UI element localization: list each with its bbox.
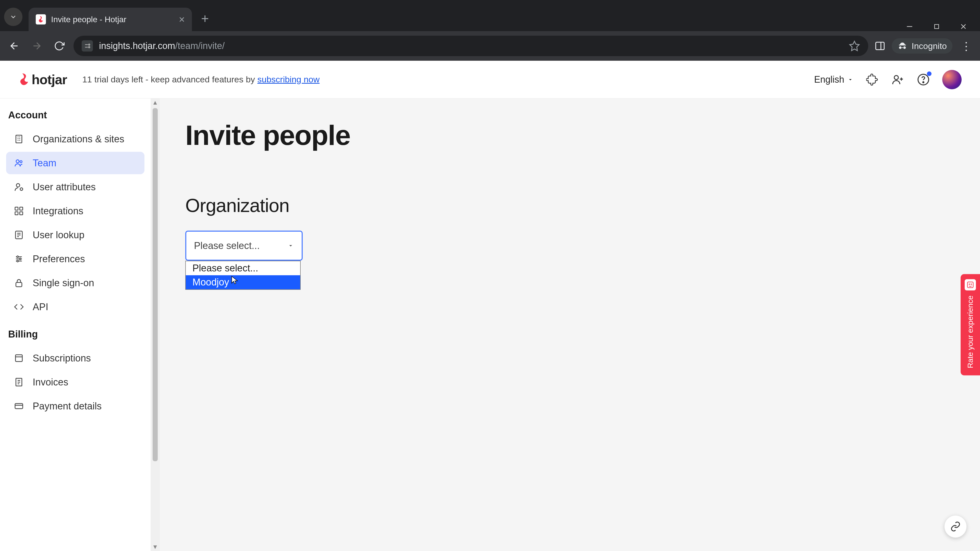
sidebar-scrollbar[interactable]: ▲ ▼	[151, 98, 160, 551]
sidebar-item-api[interactable]: API	[6, 295, 145, 318]
url-text: insights.hotjar.com/team/invite/	[99, 41, 224, 51]
svg-rect-46	[15, 403, 23, 409]
organization-select[interactable]: Please select...	[185, 230, 303, 261]
svg-point-39	[17, 260, 19, 262]
app-header: hotjar 11 trial days left - keep advance…	[0, 61, 980, 98]
tab-close-button[interactable]: ×	[179, 14, 185, 24]
option-moodjoy[interactable]: Moodjoy	[186, 275, 300, 289]
app-viewport: hotjar 11 trial days left - keep advance…	[0, 61, 980, 551]
svg-rect-1	[935, 24, 939, 29]
help-icon[interactable]	[917, 73, 930, 86]
browser-tab-strip: Invite people - Hotjar × +	[0, 0, 980, 31]
caret-down-icon	[847, 76, 853, 83]
svg-point-25	[20, 188, 23, 190]
svg-point-10	[894, 76, 898, 79]
organization-dropdown: Please select... Moodjoy	[185, 261, 301, 290]
svg-rect-29	[20, 212, 23, 215]
sidebar-item-sso[interactable]: Single sign-on	[6, 272, 145, 294]
tab-title: Invite people - Hotjar	[51, 15, 174, 24]
sidebar-item-subscriptions[interactable]: Subscriptions	[6, 347, 145, 369]
rate-experience-tab[interactable]: Rate your experience	[961, 274, 980, 375]
sidebar-item-payment[interactable]: Payment details	[6, 395, 145, 417]
smile-icon	[965, 279, 976, 290]
svg-point-14	[923, 82, 924, 83]
code-icon	[13, 301, 24, 313]
svg-rect-27	[20, 207, 23, 210]
browser-tab[interactable]: Invite people - Hotjar ×	[29, 8, 192, 31]
building-icon	[13, 133, 24, 144]
address-bar[interactable]: insights.hotjar.com/team/invite/	[73, 36, 868, 56]
integrations-icon	[13, 205, 24, 217]
svg-point-49	[969, 284, 970, 285]
main-content: Invite people Organization Please select…	[160, 98, 980, 551]
sidebar-item-user-lookup[interactable]: User lookup	[6, 224, 145, 246]
window-close-button[interactable]	[959, 22, 968, 31]
invoice-icon	[13, 376, 24, 388]
sidebar-heading-billing: Billing	[6, 320, 145, 347]
hotjar-favicon-icon	[36, 14, 46, 24]
window-maximize-button[interactable]	[932, 22, 941, 30]
trial-banner: 11 trial days left - keep advanced featu…	[82, 75, 320, 84]
extensions-icon[interactable]	[865, 73, 879, 86]
bookmark-icon[interactable]	[849, 40, 860, 52]
user-cog-icon	[13, 181, 24, 192]
sidebar-heading-account: Account	[6, 106, 145, 128]
svg-rect-8	[876, 42, 884, 49]
incognito-icon	[897, 41, 907, 51]
page-title: Invite people	[185, 119, 955, 151]
lock-icon	[13, 277, 24, 289]
notification-badge	[927, 71, 932, 76]
hotjar-logo[interactable]: hotjar	[18, 72, 67, 87]
copy-link-button[interactable]	[944, 515, 967, 538]
svg-rect-28	[15, 212, 18, 215]
svg-point-22	[16, 160, 19, 163]
back-button[interactable]	[6, 38, 22, 54]
sidebar: Account Organizations & sites Team User …	[0, 98, 151, 551]
subscribe-link[interactable]: subscribing now	[258, 75, 320, 84]
new-tab-button[interactable]: +	[201, 11, 209, 26]
section-title: Organization	[185, 195, 955, 216]
svg-point-38	[19, 258, 21, 260]
invite-user-icon[interactable]	[891, 73, 904, 86]
team-icon	[13, 157, 24, 168]
hotjar-logo-icon	[18, 73, 29, 86]
svg-rect-41	[16, 355, 22, 362]
svg-point-6	[89, 44, 90, 45]
logo-text: hotjar	[32, 72, 67, 87]
incognito-indicator[interactable]: Incognito	[892, 38, 953, 54]
tab-search-button[interactable]	[4, 8, 22, 26]
sidebar-item-team[interactable]: Team	[6, 152, 145, 174]
sidebar-item-invoices[interactable]: Invoices	[6, 371, 145, 393]
preferences-icon	[13, 253, 24, 265]
sidebar-item-user-attributes[interactable]: User attributes	[6, 176, 145, 198]
site-info-icon[interactable]	[82, 40, 93, 52]
language-selector[interactable]: English	[814, 74, 853, 85]
window-minimize-button[interactable]	[905, 22, 914, 31]
svg-point-50	[971, 284, 972, 285]
svg-rect-40	[16, 283, 22, 287]
reload-button[interactable]	[51, 38, 67, 54]
option-please-select[interactable]: Please select...	[186, 261, 300, 275]
select-value: Please select...	[194, 240, 260, 251]
svg-rect-48	[967, 282, 974, 288]
browser-menu-button[interactable]: ⋮	[959, 40, 974, 52]
caret-down-icon	[287, 242, 294, 249]
svg-point-23	[20, 161, 22, 163]
panel-icon[interactable]	[874, 40, 886, 52]
avatar[interactable]	[942, 70, 962, 89]
svg-point-24	[16, 184, 20, 187]
forward-button[interactable]	[29, 38, 45, 54]
svg-point-7	[89, 47, 90, 48]
window-controls	[905, 22, 980, 31]
card-icon	[13, 400, 24, 412]
link-icon	[950, 521, 961, 532]
sidebar-item-preferences[interactable]: Preferences	[6, 248, 145, 270]
subscriptions-icon	[13, 353, 24, 364]
sidebar-item-integrations[interactable]: Integrations	[6, 200, 145, 222]
svg-point-37	[17, 256, 19, 258]
browser-toolbar: insights.hotjar.com/team/invite/ Incogni…	[0, 31, 980, 61]
svg-rect-26	[15, 207, 18, 210]
svg-rect-15	[16, 135, 22, 143]
sidebar-item-organizations[interactable]: Organizations & sites	[6, 128, 145, 150]
lookup-icon	[13, 229, 24, 241]
